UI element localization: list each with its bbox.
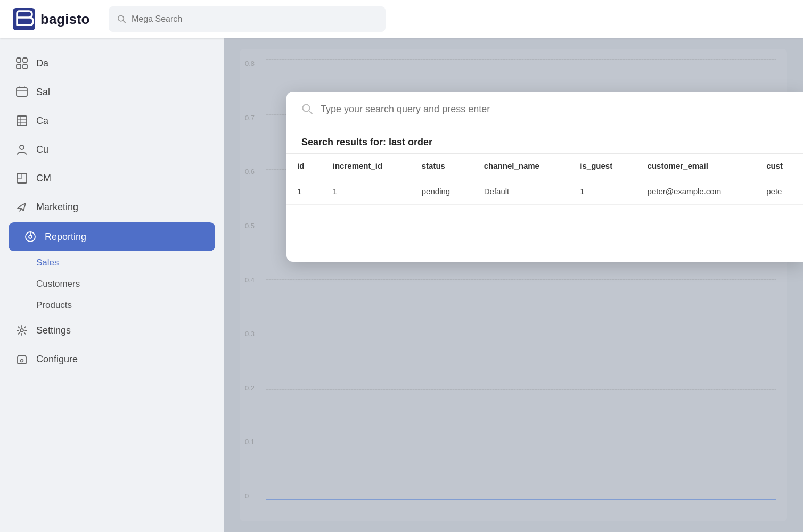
reporting-icon bbox=[23, 230, 37, 244]
sidebar-label-dashboard: Da bbox=[36, 58, 48, 69]
content-area: 0.8 0.7 0.6 0.5 0.4 0.3 0.2 0.1 0 bbox=[224, 38, 803, 532]
header-search-bar[interactable] bbox=[109, 6, 386, 32]
sidebar-label-reporting: Reporting bbox=[45, 231, 86, 243]
sidebar-item-marketing[interactable]: Marketing bbox=[0, 193, 224, 221]
sidebar-label-customers: Cu bbox=[36, 144, 48, 155]
sidebar-sub-item-products[interactable]: Products bbox=[36, 295, 224, 316]
logo-area: bagisto bbox=[13, 8, 98, 30]
sidebar-sub-item-customers[interactable]: Customers bbox=[36, 273, 224, 295]
results-table-header-row: id increment_id status channel_name is_g… bbox=[286, 154, 803, 178]
results-table: id increment_id status channel_name is_g… bbox=[286, 153, 803, 205]
marketing-icon bbox=[15, 200, 29, 214]
sidebar-item-cms[interactable]: CM bbox=[0, 164, 224, 193]
modal-overlay: Search results for: last order id increm… bbox=[224, 38, 803, 532]
modal-search-area bbox=[286, 92, 803, 127]
sidebar-label-settings: Settings bbox=[36, 325, 71, 336]
sales-icon bbox=[15, 85, 29, 99]
logo-icon bbox=[13, 8, 35, 30]
sidebar-item-dashboard[interactable]: Da bbox=[0, 49, 224, 78]
cell-is-guest: 1 bbox=[569, 178, 636, 205]
sidebar-item-sales[interactable]: Sal bbox=[0, 78, 224, 106]
sidebar-item-customers[interactable]: Cu bbox=[0, 135, 224, 164]
svg-point-19 bbox=[29, 235, 32, 238]
svg-point-14 bbox=[20, 145, 24, 149]
sidebar-sub-item-sales[interactable]: Sales bbox=[36, 252, 224, 273]
sidebar-sub-menu: Sales Customers Products bbox=[0, 252, 224, 316]
svg-rect-10 bbox=[17, 116, 27, 126]
sidebar-item-configure[interactable]: Configure bbox=[0, 345, 224, 373]
col-header-is-guest: is_guest bbox=[569, 154, 636, 178]
results-table-body: 1 1 pending Default 1 peter@example.com … bbox=[286, 178, 803, 205]
main-layout: Da Sal bbox=[0, 38, 803, 532]
sidebar-label-catalog: Ca bbox=[36, 115, 48, 127]
search-modal: Search results for: last order id increm… bbox=[286, 92, 803, 262]
sidebar-item-reporting[interactable]: Reporting bbox=[9, 222, 215, 251]
col-header-customer-name: cust bbox=[756, 154, 803, 178]
col-header-channel-name: channel_name bbox=[473, 154, 570, 178]
col-header-id: id bbox=[286, 154, 322, 178]
sidebar-label-configure: Configure bbox=[36, 354, 78, 365]
modal-search-input[interactable] bbox=[321, 104, 788, 115]
logo-text: bagisto bbox=[40, 11, 89, 28]
sidebar-item-catalog[interactable]: Ca bbox=[0, 106, 224, 135]
dashboard-icon bbox=[15, 56, 29, 70]
sidebar-label-sales: Sal bbox=[36, 87, 50, 98]
cell-channel-name: Default bbox=[473, 178, 570, 205]
svg-rect-16 bbox=[17, 173, 21, 179]
svg-rect-2 bbox=[17, 58, 21, 62]
svg-rect-3 bbox=[23, 58, 27, 62]
sidebar-item-settings[interactable]: Settings bbox=[0, 316, 224, 345]
svg-point-21 bbox=[20, 329, 23, 332]
cell-customer-email: peter@example.com bbox=[637, 178, 756, 205]
col-header-customer-email: customer_email bbox=[637, 154, 756, 178]
cell-increment-id: 1 bbox=[322, 178, 411, 205]
col-header-increment-id: increment_id bbox=[322, 154, 411, 178]
configure-icon bbox=[15, 352, 29, 366]
settings-icon bbox=[15, 323, 29, 337]
svg-point-22 bbox=[21, 360, 23, 362]
cell-customer-name: pete bbox=[756, 178, 803, 205]
svg-rect-5 bbox=[23, 64, 27, 69]
sidebar: Da Sal bbox=[0, 38, 224, 532]
table-row[interactable]: 1 1 pending Default 1 peter@example.com … bbox=[286, 178, 803, 205]
modal-search-icon bbox=[301, 103, 313, 115]
search-results-label: Search results for: last order bbox=[286, 127, 803, 153]
sidebar-label-marketing: Marketing bbox=[36, 202, 78, 213]
header-search-input[interactable] bbox=[132, 14, 377, 24]
customers-icon bbox=[15, 143, 29, 156]
svg-rect-4 bbox=[17, 64, 21, 69]
results-table-head: id increment_id status channel_name is_g… bbox=[286, 154, 803, 178]
cell-id: 1 bbox=[286, 178, 322, 205]
svg-rect-15 bbox=[17, 173, 27, 183]
cell-status: pending bbox=[411, 178, 473, 205]
svg-rect-6 bbox=[17, 88, 27, 96]
catalog-icon bbox=[15, 114, 29, 128]
header: bagisto bbox=[0, 0, 803, 38]
cms-icon bbox=[15, 171, 29, 185]
header-search-icon bbox=[117, 14, 126, 24]
sidebar-label-cms: CM bbox=[36, 173, 51, 184]
col-header-status: status bbox=[411, 154, 473, 178]
